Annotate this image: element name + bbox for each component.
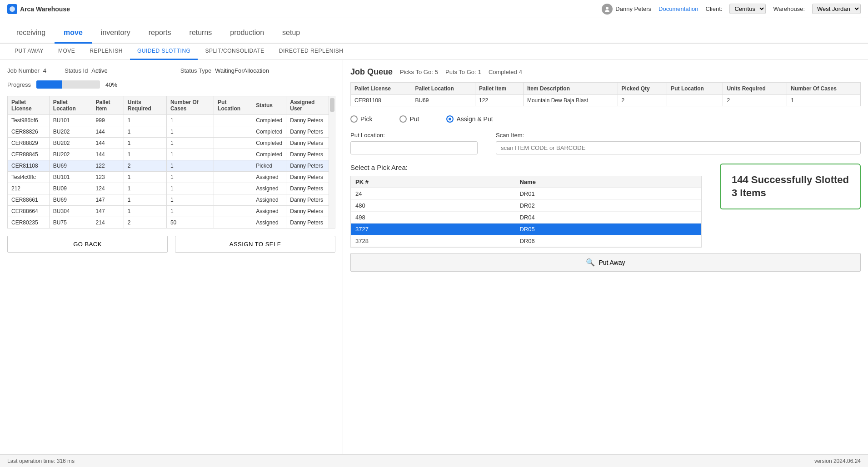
cell-assigned-user: Danny Peters xyxy=(286,160,329,172)
pacell-pk: 480 xyxy=(351,200,515,212)
pacell-name: DR04 xyxy=(515,212,701,224)
status-id-label: Status Id xyxy=(65,67,88,74)
subnav-replenish[interactable]: REPLENISH xyxy=(82,44,130,60)
left-table-main: Pallet License Pallet Location Pallet It… xyxy=(7,96,329,229)
subnav-guided-slotting[interactable]: GUIDED SLOTTING xyxy=(130,44,198,60)
nav-item-receiving[interactable]: receiving xyxy=(7,29,55,44)
cell-put-location xyxy=(214,126,252,138)
cell-put-location xyxy=(214,115,252,126)
cell-number-of-cases: 1 xyxy=(166,115,214,126)
cell-pallet-license: CER88661 xyxy=(8,194,50,206)
documentation-link[interactable]: Documentation xyxy=(658,5,698,12)
job-number-label: Job Number xyxy=(7,67,40,74)
nav-item-inventory[interactable]: inventory xyxy=(92,29,140,44)
list-item[interactable]: 24 DR01 xyxy=(351,188,701,200)
topbar-right: Danny Peters Documentation Client: Cerri… xyxy=(602,4,861,15)
cell-put-location xyxy=(214,194,252,206)
nav-item-production[interactable]: production xyxy=(221,29,273,44)
col-pallet-license: Pallet License xyxy=(8,96,50,115)
table-row[interactable]: CER81108 BU69 122 2 1 Picked Danny Peter… xyxy=(8,160,329,172)
nav-item-move[interactable]: move xyxy=(55,29,92,44)
jcell-pallet-item: 122 xyxy=(475,95,524,106)
cell-assigned-user: Danny Peters xyxy=(286,217,329,229)
cell-assigned-user: Danny Peters xyxy=(286,206,329,217)
radio-put[interactable]: Put xyxy=(399,115,419,123)
put-away-button[interactable]: 🔍 Put Away xyxy=(350,253,861,272)
table-row[interactable]: CER88829 BU202 144 1 1 Completed Danny P… xyxy=(8,138,329,149)
cell-units-required: 2 xyxy=(124,217,166,229)
list-item[interactable]: 3728 DR06 xyxy=(351,235,701,247)
col-number-of-cases: Number Of Cases xyxy=(166,96,214,115)
table-row[interactable]: CER80235 BU75 214 2 50 Assigned Danny Pe… xyxy=(8,217,329,229)
cell-status: Completed xyxy=(252,138,286,149)
subnav-put-away[interactable]: PUT AWAY xyxy=(7,44,51,60)
cell-pallet-location: BU09 xyxy=(49,183,92,194)
pick-area-label: Select a Pick Area: xyxy=(350,164,702,171)
cell-pallet-license: 212 xyxy=(8,183,50,194)
table-row[interactable]: CER81108 BU69 122 Mountain Dew Baja Blas… xyxy=(351,95,861,106)
cell-pallet-license: CER81108 xyxy=(8,160,50,172)
scan-item-input[interactable] xyxy=(496,141,861,154)
col-assigned-user: Assigned User xyxy=(286,96,329,115)
progress-pct: 40% xyxy=(105,81,117,88)
cell-assigned-user: Danny Peters xyxy=(286,183,329,194)
table-row[interactable]: CER88826 BU202 144 1 1 Completed Danny P… xyxy=(8,126,329,138)
list-item[interactable]: 480 DR02 xyxy=(351,200,701,212)
meta-row: Job Number 4 Status Id Active Status Typ… xyxy=(7,67,335,74)
assign-to-self-button[interactable]: ASSIGN TO SELF xyxy=(175,236,335,253)
list-item[interactable]: 3727 DR05 xyxy=(351,224,701,235)
client-select[interactable]: Cerritus xyxy=(729,4,766,14)
scan-item-label: Scan Item: xyxy=(496,132,861,139)
cell-pallet-item: 147 xyxy=(92,194,124,206)
jcol-item-description: Item Description xyxy=(523,83,618,95)
put-location-input[interactable] xyxy=(350,141,478,154)
go-back-button[interactable]: GO BACK xyxy=(7,236,168,253)
subnav-directed-replenish[interactable]: DIRECTED REPLENISH xyxy=(272,44,351,60)
success-section: 144 Successfully Slotted 3 Items xyxy=(711,164,861,209)
status-id-value: Active xyxy=(91,67,107,74)
table-row[interactable]: CER88661 BU69 147 1 1 Assigned Danny Pet… xyxy=(8,194,329,206)
cell-pallet-license: Test4c0ffc xyxy=(8,172,50,183)
cell-put-location xyxy=(214,172,252,183)
success-text: 144 Successfully Slotted 3 Items xyxy=(732,174,849,199)
table-row[interactable]: Test4c0ffc BU101 123 1 1 Assigned Danny … xyxy=(8,172,329,183)
nav-item-returns[interactable]: returns xyxy=(180,29,221,44)
radio-pick-label: Pick xyxy=(360,115,372,123)
user-avatar xyxy=(602,4,613,15)
table-row[interactable]: 212 BU09 124 1 1 Assigned Danny Peters xyxy=(8,183,329,194)
pacell-pk: 3728 xyxy=(351,235,515,247)
cell-units-required: 1 xyxy=(124,126,166,138)
logo-icon xyxy=(7,4,17,14)
jcol-pallet-license: Pallet License xyxy=(351,83,411,95)
list-item[interactable]: 498 DR04 xyxy=(351,212,701,224)
left-table-wrap: Pallet License Pallet Location Pallet It… xyxy=(7,96,335,229)
progress-label: Progress xyxy=(7,81,31,88)
nav-item-reports[interactable]: reports xyxy=(140,29,180,44)
table-row[interactable]: Test986bf6 BU101 999 1 1 Completed Danny… xyxy=(8,115,329,126)
table-row[interactable]: CER88845 BU202 144 1 1 Completed Danny P… xyxy=(8,149,329,160)
nav-item-setup[interactable]: setup xyxy=(273,29,309,44)
job-queue-table-head: Pallet License Pallet Location Pallet It… xyxy=(351,83,861,95)
table-row[interactable]: CER88664 BU304 147 1 1 Assigned Danny Pe… xyxy=(8,206,329,217)
cell-number-of-cases: 1 xyxy=(166,183,214,194)
success-line2: 3 Items xyxy=(732,187,766,199)
jcol-put-location: Put Location xyxy=(667,83,723,95)
jcell-number-of-cases: 1 xyxy=(787,95,861,106)
radio-pick[interactable]: Pick xyxy=(350,115,372,123)
jcell-units-required: 2 xyxy=(723,95,787,106)
job-queue-table-body: CER81108 BU69 122 Mountain Dew Baja Blas… xyxy=(351,95,861,106)
progress-bar-bg xyxy=(36,80,100,89)
left-table-vscroll[interactable] xyxy=(329,96,335,229)
warehouse-select[interactable]: West Jordan xyxy=(812,4,861,14)
cell-pallet-item: 147 xyxy=(92,206,124,217)
cell-pallet-license: CER88845 xyxy=(8,149,50,160)
cell-number-of-cases: 1 xyxy=(166,149,214,160)
cell-put-location xyxy=(214,217,252,229)
subnav-split-consolidate[interactable]: SPLIT/CONSOLIDATE xyxy=(198,44,271,60)
cell-pallet-location: BU202 xyxy=(49,149,92,160)
app-logo: Arca Warehouse xyxy=(7,4,70,14)
statusbar-left: Last operation time: 316 ms xyxy=(7,458,75,464)
radio-assign-put[interactable]: Assign & Put xyxy=(446,115,493,123)
puts-to-go-value: 1 xyxy=(478,69,481,75)
subnav-move[interactable]: MOVE xyxy=(51,44,82,60)
